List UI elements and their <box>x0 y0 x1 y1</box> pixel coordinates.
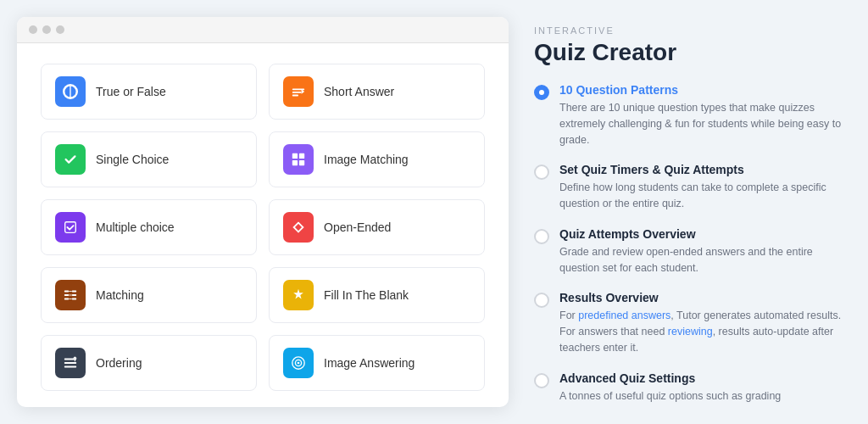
feature-title-advanced-settings: Advanced Quiz Settings <box>559 371 781 385</box>
feature-title-results-overview: Results Overview <box>559 291 851 304</box>
feature-item-question-patterns[interactable]: 10 Question Patterns There are 10 unique… <box>534 83 851 148</box>
fill-in-blank-label: Fill In The Blank <box>324 288 409 302</box>
question-card-image-matching[interactable]: Image Matching <box>269 131 485 187</box>
feature-item-quiz-attempts[interactable]: Quiz Attempts Overview Grade and review … <box>534 227 851 276</box>
feature-dot-quiz-timers <box>534 165 549 180</box>
svg-rect-6 <box>299 153 304 159</box>
feature-dot-question-patterns <box>534 85 549 100</box>
svg-rect-3 <box>292 95 298 97</box>
short-answer-label: Short Answer <box>324 85 394 98</box>
question-card-image-answering[interactable]: Image Answering <box>269 335 485 391</box>
multiple-choice-icon <box>55 212 86 243</box>
svg-rect-18 <box>64 366 76 368</box>
browser-dot-2 <box>42 25 51 34</box>
feature-desc-results-overview: For predefined answers, Tutor generates … <box>559 308 851 355</box>
svg-rect-15 <box>72 298 76 300</box>
panel-title: Quiz Creator <box>534 39 851 66</box>
browser-dot-1 <box>29 25 37 34</box>
feature-desc-advanced-settings: A tonnes of useful quiz options such as … <box>559 388 781 404</box>
question-cards-grid: True or False Short Answer Single Choice… <box>17 43 509 407</box>
browser-bar <box>17 17 509 43</box>
feature-item-results-overview[interactable]: Results Overview For predefined answers,… <box>534 291 851 355</box>
features-list: 10 Question Patterns There are 10 unique… <box>534 83 851 404</box>
svg-rect-7 <box>292 160 298 165</box>
open-ended-label: Open-Ended <box>324 220 391 234</box>
image-matching-label: Image Matching <box>324 153 409 166</box>
svg-rect-11 <box>72 291 76 293</box>
image-answering-label: Image Answering <box>324 356 415 370</box>
true-false-icon <box>55 76 86 107</box>
feature-item-quiz-timers[interactable]: Set Quiz Timers & Quiz Attempts Define h… <box>534 163 851 212</box>
image-answering-icon <box>283 348 314 378</box>
svg-rect-14 <box>64 298 69 300</box>
svg-rect-13 <box>72 294 76 296</box>
feature-title-quiz-attempts: Quiz Attempts Overview <box>559 227 851 241</box>
info-panel: INTERACTIVE Quiz Creator 10 Question Pat… <box>534 17 851 424</box>
feature-text-quiz-attempts: Quiz Attempts Overview Grade and review … <box>559 227 851 276</box>
feature-item-advanced-settings[interactable]: Advanced Quiz Settings A tonnes of usefu… <box>534 371 851 404</box>
feature-dot-quiz-attempts <box>534 229 549 244</box>
svg-rect-1 <box>292 88 304 90</box>
multiple-choice-label: Multiple choice <box>96 220 175 234</box>
feature-dot-results-overview <box>534 293 549 308</box>
browser-dot-3 <box>56 25 64 34</box>
svg-rect-8 <box>299 160 304 165</box>
question-card-true-false[interactable]: True or False <box>41 64 257 120</box>
ordering-icon <box>55 348 86 378</box>
feature-text-advanced-settings: Advanced Quiz Settings A tonnes of usefu… <box>559 371 781 404</box>
feature-text-results-overview: Results Overview For predefined answers,… <box>559 291 851 355</box>
ordering-label: Ordering <box>96 356 142 370</box>
short-answer-icon <box>283 76 314 107</box>
single-choice-icon <box>55 144 86 175</box>
svg-point-21 <box>298 362 300 365</box>
true-false-label: True or False <box>96 85 166 98</box>
feature-dot-advanced-settings <box>534 373 549 388</box>
panel-label: INTERACTIVE <box>534 25 851 36</box>
question-card-open-ended[interactable]: Open-Ended <box>269 199 485 255</box>
feature-desc-quiz-attempts: Grade and review open-ended answers and … <box>559 244 851 276</box>
feature-title-quiz-timers: Set Quiz Timers & Quiz Attempts <box>559 163 851 176</box>
feature-text-quiz-timers: Set Quiz Timers & Quiz Attempts Define h… <box>559 163 851 212</box>
matching-icon <box>55 280 86 310</box>
question-card-single-choice[interactable]: Single Choice <box>41 131 257 187</box>
question-card-fill-in-blank[interactable]: Fill In The Blank <box>269 267 485 323</box>
feature-title-question-patterns: 10 Question Patterns <box>559 83 851 97</box>
image-matching-icon <box>283 144 314 175</box>
open-ended-icon <box>283 212 314 243</box>
fill-in-blank-icon <box>283 280 314 310</box>
svg-rect-2 <box>292 92 302 93</box>
browser-panel: True or False Short Answer Single Choice… <box>17 17 509 407</box>
question-card-short-answer[interactable]: Short Answer <box>269 64 485 120</box>
question-card-multiple-choice[interactable]: Multiple choice <box>41 199 257 255</box>
feature-desc-question-patterns: There are 10 unique question types that … <box>559 100 851 148</box>
matching-label: Matching <box>96 288 144 302</box>
feature-text-question-patterns: 10 Question Patterns There are 10 unique… <box>559 83 851 148</box>
single-choice-label: Single Choice <box>96 153 169 166</box>
question-card-matching[interactable]: Matching <box>41 267 257 323</box>
question-card-ordering[interactable]: Ordering <box>41 335 257 391</box>
svg-rect-12 <box>64 294 69 296</box>
feature-desc-quiz-timers: Define how long students can take to com… <box>559 180 851 212</box>
svg-rect-5 <box>292 153 298 159</box>
svg-rect-17 <box>64 362 76 364</box>
svg-rect-10 <box>64 291 69 293</box>
